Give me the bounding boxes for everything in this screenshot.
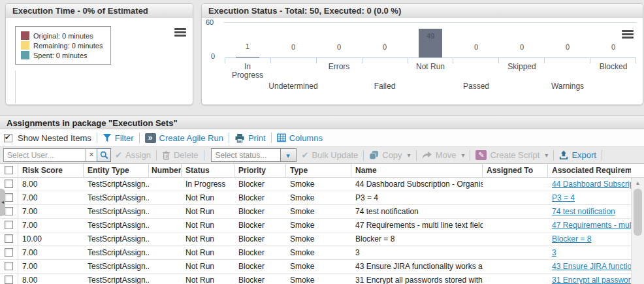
sidebar-collapse-handle[interactable]: ◄ <box>0 189 5 216</box>
table-row[interactable]: 10.00 TestScriptAssign... Not Run Blocke… <box>0 232 644 246</box>
cell-priority: Blocker <box>234 178 286 191</box>
print-button[interactable]: Print <box>234 133 266 143</box>
associated-requirement-link[interactable]: P3 = 4 <box>552 193 575 202</box>
row-checkbox[interactable] <box>5 262 13 270</box>
row-checkbox[interactable] <box>5 180 13 188</box>
table-row[interactable]: 8.00 TestScriptAssign... Not Run Blocker… <box>0 274 644 284</box>
assign-button[interactable]: ✔ Assign <box>115 150 151 160</box>
toolbar-divider <box>363 150 364 161</box>
bulk-update-button[interactable]: ✔ Bulk Update <box>302 150 359 160</box>
row-checkbox[interactable] <box>5 234 13 243</box>
select-all-checkbox[interactable] <box>5 166 13 174</box>
cell-status: Not Run <box>182 246 234 259</box>
chart-slot: 0 Passed <box>453 22 499 57</box>
cell-priority: Blocker <box>234 274 286 284</box>
associated-requirement-link[interactable]: 47 Requirements - multi lin <box>552 221 631 230</box>
table-row[interactable]: 7.00 TestScriptAssign... Not Run Blocker… <box>0 219 644 232</box>
table-row[interactable]: 7.00 TestScriptAssign... Not Run Blocker… <box>0 205 644 219</box>
chart-slot: 0 Warnings <box>545 22 590 57</box>
column-header-assigned-to[interactable]: Assigned To <box>483 164 548 177</box>
y-axis-max-label: 60 <box>206 18 214 26</box>
columns-button[interactable]: Columns <box>277 133 323 143</box>
y-axis-min-label: 0 <box>211 52 215 60</box>
execution-status-title: Execution Status - Total: 50, Executed: … <box>202 4 643 18</box>
chart-value-label: 49 <box>408 32 453 40</box>
execution-time-title: Execution Time - 0% of Estimated <box>6 4 193 18</box>
hamburger-menu-icon[interactable] <box>174 27 186 38</box>
table-header-row: Risk Score Entity Type Number Status Pri… <box>0 164 644 178</box>
column-header-associated-requirements[interactable]: Associated Requirements <box>548 164 631 177</box>
cell-status: Not Run <box>182 232 234 245</box>
move-button[interactable]: Move ▾ <box>422 150 465 160</box>
associated-requirement-link[interactable]: Blocker = 8 <box>552 234 591 244</box>
execution-time-legend: Original: 0 minutes Remaining: 0 minutes… <box>15 26 111 65</box>
cell-type: Smoke <box>286 191 351 204</box>
export-upload-icon <box>559 150 568 160</box>
assignments-section: Assignments in package "Execution Sets" … <box>0 116 644 284</box>
select-status-dropdown[interactable]: Select status... ▾ <box>211 148 297 162</box>
legend-item: Spent: 0 minutes <box>21 51 103 59</box>
chart-category-label: Undetermined <box>266 82 321 91</box>
table-row[interactable]: 8.00 TestScriptAssign... In Progress Blo… <box>0 178 644 191</box>
associated-requirement-link[interactable]: 74 test notification <box>552 207 615 216</box>
search-icon <box>100 151 108 159</box>
cell-name: 47 Requirements - multi line text fields <box>351 219 483 232</box>
column-header-entity-type[interactable]: Entity Type <box>84 164 149 177</box>
table-row[interactable]: 7.00 TestScriptAssign... Not Run Blocker… <box>0 191 644 205</box>
delete-button[interactable]: Delete <box>162 150 199 160</box>
scroll-up-icon[interactable]: ▲ <box>632 178 644 187</box>
legend-label: Original: 0 minutes <box>33 32 93 40</box>
search-user-button[interactable] <box>97 148 111 162</box>
create-agile-run-button[interactable]: » Create Agile Run <box>145 133 223 143</box>
cell-number <box>149 246 182 259</box>
execution-status-panel: Execution Status - Total: 50, Executed: … <box>201 3 643 105</box>
table-row[interactable]: 7.00 TestScriptAssign... Not Run Blocker… <box>0 260 644 274</box>
row-checkbox[interactable] <box>5 221 13 229</box>
select-status-value: Select status... <box>211 148 280 162</box>
filter-button[interactable]: Filter <box>103 133 134 143</box>
row-checkbox[interactable] <box>5 193 13 202</box>
column-header-name[interactable]: Name <box>351 164 483 177</box>
column-header-type[interactable]: Type <box>286 164 351 177</box>
clear-user-icon[interactable]: × <box>86 148 97 162</box>
chart-bar <box>236 57 259 57</box>
column-header-risk-score[interactable]: Risk Score <box>18 164 84 177</box>
row-checkbox[interactable] <box>5 248 13 257</box>
associated-requirement-link[interactable]: 44 Dashboard Subscription <box>552 180 631 189</box>
chart-category-label: In Progress <box>231 63 265 80</box>
check-icon: ✔ <box>115 150 122 160</box>
cell-number <box>149 274 182 284</box>
row-checkbox[interactable] <box>5 207 13 215</box>
associated-requirement-link[interactable]: 3 <box>552 248 556 257</box>
legend-label: Remaining: 0 minutes <box>33 42 103 50</box>
select-user-input[interactable] <box>3 148 86 162</box>
cell-type: Smoke <box>286 219 351 232</box>
chart-value-label: 0 <box>545 43 590 51</box>
assignments-title: Assignments in package "Execution Sets" <box>0 116 644 129</box>
associated-requirement-link[interactable]: 43 Ensure JIRA functionali <box>552 262 631 271</box>
toolbar-divider <box>97 133 97 143</box>
legend-item: Original: 0 minutes <box>21 31 103 40</box>
create-script-button[interactable]: ✎ Create Script ▾ <box>475 150 548 160</box>
cell-risk-score: 7.00 <box>18 205 84 218</box>
copy-button[interactable]: Copy ▾ <box>369 150 410 160</box>
table-row[interactable]: 7.00 TestScriptAssign... Not Run Blocker… <box>0 246 644 260</box>
check-icon: ✔ <box>302 150 309 160</box>
cell-priority: Blocker <box>234 205 286 218</box>
chart-slot: 0 Blocked <box>590 22 636 57</box>
column-header-number[interactable]: Number <box>149 164 182 177</box>
show-nested-items-checkbox[interactable] <box>4 134 12 142</box>
column-header-status[interactable]: Status <box>182 164 234 177</box>
export-button[interactable]: Export <box>559 150 596 160</box>
row-checkbox[interactable] <box>5 276 13 284</box>
vertical-scrollbar[interactable]: ▲ <box>631 178 644 284</box>
associated-requirement-link[interactable]: 31 Encrypt all passwords s <box>552 276 631 284</box>
scrollbar-thumb[interactable] <box>634 189 642 236</box>
cell-name: Blocker = 8 <box>351 232 483 245</box>
cell-name: 43 Ensure JIRA functionality works a... <box>351 260 483 273</box>
cell-status: Not Run <box>182 191 234 204</box>
hamburger-menu-icon[interactable] <box>622 29 634 40</box>
cell-assigned-to <box>483 219 548 232</box>
cell-assigned-to <box>483 191 548 204</box>
column-header-priority[interactable]: Priority <box>234 164 286 177</box>
